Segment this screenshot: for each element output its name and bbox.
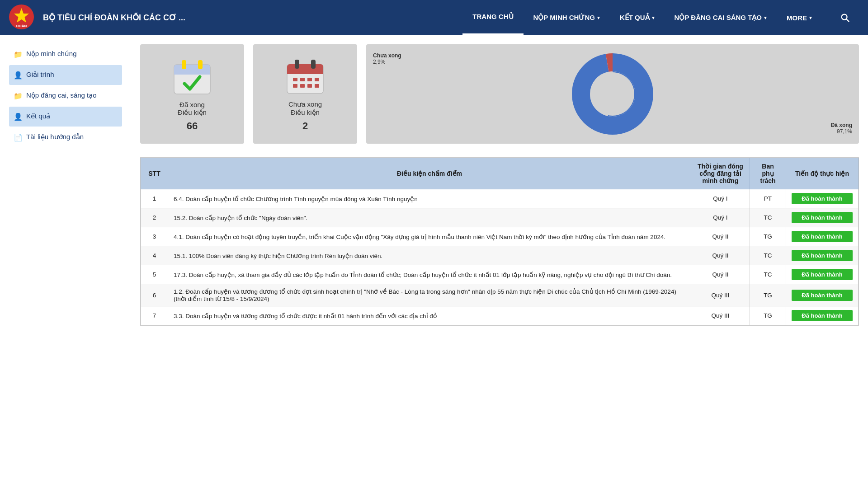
folder-icon: 📁 xyxy=(14,50,23,59)
cell-ban-phu-trach: TC xyxy=(750,246,786,265)
nav-more[interactable]: More ▾ xyxy=(777,0,822,35)
search-button[interactable] xyxy=(831,0,859,35)
svg-rect-9 xyxy=(198,60,203,69)
chevron-down-icon: ▾ xyxy=(809,15,812,21)
cell-dieu-kien: 15.1. 100% Đoàn viên đăng ký thực hiện C… xyxy=(168,246,691,265)
cell-stt: 4 xyxy=(141,246,168,265)
status-badge: Đã hoàn thành xyxy=(792,269,853,280)
chevron-down-icon: ▾ xyxy=(764,15,767,21)
cell-thoi-gian: Quý II xyxy=(691,265,750,284)
logo: ĐOÀN xyxy=(9,5,34,31)
cell-ban-phu-trach: TC xyxy=(750,208,786,227)
cell-stt: 7 xyxy=(141,306,168,325)
header: ĐOÀN BỘ TIÊU CHÍ ĐOÀN KHỐI CÁC CƠ ... TR… xyxy=(0,0,868,35)
cell-dieu-kien: 3.3. Đoàn cấp huyện và tương đương tổ ch… xyxy=(168,306,691,325)
sidebar-item-ket-qua[interactable]: 👤 Kết quả xyxy=(9,107,122,127)
done-count: 66 xyxy=(187,120,198,132)
cell-tien-do: Đã hoàn thành xyxy=(786,246,859,265)
cell-dieu-kien: 1.2. Đoàn cấp huyện và tương đương tổ ch… xyxy=(168,284,691,306)
folder-icon: 📁 xyxy=(14,92,23,100)
status-badge: Đã hoàn thành xyxy=(792,250,853,261)
cell-thoi-gian: Quý I xyxy=(691,208,750,227)
cell-dieu-kien: 17.3. Đoàn cấp huyện, xã tham gia đầy đủ… xyxy=(168,265,691,284)
svg-rect-18 xyxy=(315,78,319,81)
cell-ban-phu-trach: PT xyxy=(750,189,786,208)
sidebar-item-giai-trinh[interactable]: 👤 Giải trình xyxy=(9,65,122,85)
svg-rect-7 xyxy=(174,70,210,75)
table-row: 415.1. 100% Đoàn viên đăng ký thực hiện … xyxy=(141,246,859,265)
table-row: 16.4. Đoàn cấp huyện tổ chức Chương trìn… xyxy=(141,189,859,208)
cell-ban-phu-trach: TG xyxy=(750,284,786,306)
chart-label-da: Đã xong 97,1% xyxy=(831,122,852,135)
svg-rect-14 xyxy=(311,60,316,69)
svg-point-3 xyxy=(842,14,847,20)
svg-rect-22 xyxy=(315,84,319,88)
cell-ban-phu-trach: TC xyxy=(750,265,786,284)
donut-chart: Chưa xong 2,9% xyxy=(366,44,859,144)
svg-point-26 xyxy=(591,72,634,116)
chart-svg-wrapper xyxy=(375,49,850,139)
sidebar-item-nop-dang-cai[interactable]: 📁 Nộp đăng cai, sáng tạo xyxy=(9,86,122,106)
main-nav: TRANG CHỦ NỘP MINH CHỨNG ▾ KẾT QUẢ ▾ NỘP… xyxy=(462,0,822,35)
cell-stt: 5 xyxy=(141,265,168,284)
cell-tien-do: Đã hoàn thành xyxy=(786,265,859,284)
status-badge: Đã hoàn thành xyxy=(792,231,853,242)
status-badge: Đã hoàn thành xyxy=(792,193,853,204)
cell-tien-do: Đã hoàn thành xyxy=(786,189,859,208)
cell-tien-do: Đã hoàn thành xyxy=(786,284,859,306)
cell-thoi-gian: Quý I xyxy=(691,189,750,208)
cell-thoi-gian: Quý II xyxy=(691,246,750,265)
nav-trang-chu[interactable]: TRANG CHỦ xyxy=(462,0,523,35)
table-row: 34.1. Đoàn cấp huyện có hoạt động tuyên … xyxy=(141,227,859,246)
sidebar-item-nop-minh-chung[interactable]: 📁 Nộp minh chứng xyxy=(9,44,122,64)
nav-ket-qua[interactable]: KẾT QUẢ ▾ xyxy=(610,0,665,35)
col-header-thoi-gian: Thời gian đóng cổng đăng tải minh chứng xyxy=(691,158,750,189)
cell-tien-do: Đã hoàn thành xyxy=(786,306,859,325)
cell-thoi-gian: Quý III xyxy=(691,284,750,306)
svg-rect-16 xyxy=(300,78,305,81)
cell-thoi-gian: Quý II xyxy=(691,227,750,246)
stat-card-not-done: Chưa xong Điều kiện 2 xyxy=(253,44,357,144)
col-header-ban-phu-trach: Ban phụ trách xyxy=(750,158,786,189)
col-header-stt: STT xyxy=(141,158,168,189)
table-row: 61.2. Đoàn cấp huyện và tương đương tổ c… xyxy=(141,284,859,306)
sidebar-item-tai-lieu[interactable]: 📄 Tài liệu hướng dẫn xyxy=(9,127,122,147)
done-calendar-icon xyxy=(172,56,212,97)
data-table: STT Điều kiện chấm điểm Thời gian đóng c… xyxy=(140,157,859,326)
sidebar: 📁 Nộp minh chứng 👤 Giải trình 📁 Nộp đăng… xyxy=(0,44,131,326)
svg-rect-13 xyxy=(295,60,299,69)
stat-card-done: Đã xong Điều kiện 66 xyxy=(140,44,244,144)
not-done-calendar-icon xyxy=(285,56,326,97)
nav-nop-dang-cai[interactable]: NỘP ĐĂNG CAI SÁNG TẠO ▾ xyxy=(665,0,777,35)
table-row: 215.2. Đoàn cấp huyện tổ chức "Ngày đoàn… xyxy=(141,208,859,227)
not-done-label: Chưa xong Điều kiện xyxy=(288,100,322,117)
person-icon: 👤 xyxy=(14,71,23,80)
svg-rect-17 xyxy=(307,78,312,81)
cell-stt: 6 xyxy=(141,284,168,306)
svg-rect-15 xyxy=(293,78,297,81)
person-icon: 👤 xyxy=(14,113,23,121)
cell-stt: 3 xyxy=(141,227,168,246)
status-badge: Đã hoàn thành xyxy=(792,290,853,301)
table-row: 517.3. Đoàn cấp huyện, xã tham gia đầy đ… xyxy=(141,265,859,284)
cell-stt: 2 xyxy=(141,208,168,227)
stats-row: Đã xong Điều kiện 66 xyxy=(140,44,859,144)
not-done-count: 2 xyxy=(302,120,308,132)
svg-line-4 xyxy=(846,19,849,22)
table-row: 73.3. Đoàn cấp huyện và tương đương tổ c… xyxy=(141,306,859,325)
svg-rect-12 xyxy=(287,70,323,74)
cell-stt: 1 xyxy=(141,189,168,208)
nav-nop-minh-chung[interactable]: NỘP MINH CHỨNG ▾ xyxy=(524,0,610,35)
cell-dieu-kien: 4.1. Đoàn cấp huyện có hoạt động tuyên t… xyxy=(168,227,691,246)
svg-rect-8 xyxy=(182,60,186,69)
document-icon: 📄 xyxy=(14,133,23,142)
main-content: Đã xong Điều kiện 66 xyxy=(131,44,868,326)
col-header-tien-do: Tiến độ thực hiện xyxy=(786,158,859,189)
status-badge: Đã hoàn thành xyxy=(792,212,853,223)
cell-thoi-gian: Quý III xyxy=(691,306,750,325)
cell-ban-phu-trach: TG xyxy=(750,227,786,246)
page-body: 📁 Nộp minh chứng 👤 Giải trình 📁 Nộp đăng… xyxy=(0,35,868,326)
cell-dieu-kien: 6.4. Đoàn cấp huyện tổ chức Chương trình… xyxy=(168,189,691,208)
chevron-down-icon: ▾ xyxy=(597,15,600,21)
site-title: BỘ TIÊU CHÍ ĐOÀN KHỐI CÁC CƠ ... xyxy=(43,13,224,23)
